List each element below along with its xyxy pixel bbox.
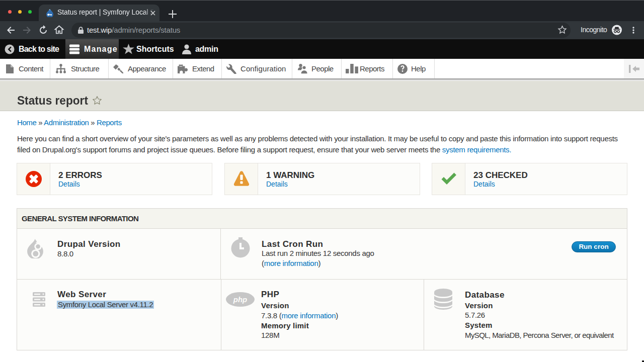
svg-text:php: php xyxy=(233,295,248,304)
